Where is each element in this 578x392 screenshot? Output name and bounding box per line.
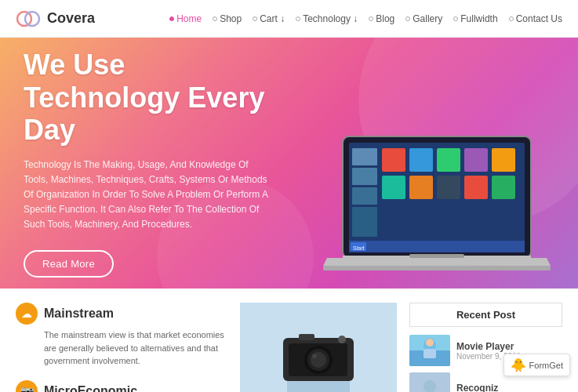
logo-icon: [16, 6, 41, 31]
post-item-microeconomic: 📷 MicroEconomic Microeconomic reform are…: [16, 380, 227, 393]
recent-title-movie-player: Movie Player: [456, 341, 521, 352]
svg-rect-22: [323, 266, 551, 270]
movie-player-thumb: [409, 335, 450, 366]
svg-point-38: [426, 339, 434, 347]
nav-label: Fullwidth: [460, 13, 497, 24]
mid-column: [240, 303, 397, 392]
nav-item-contact[interactable]: Contact Us: [509, 13, 562, 24]
nav-label: Gallery: [413, 13, 442, 24]
svg-rect-5: [349, 241, 525, 252]
nav-dot: [213, 16, 217, 21]
post-item-mainstream: ☁ Mainstream The mainstream view is that…: [16, 303, 227, 368]
nav-dot: [405, 16, 410, 21]
nav-dot: [453, 16, 458, 21]
recent-info-recogniz: Recogniz: [456, 383, 498, 392]
nav-label: Blog: [376, 13, 394, 24]
nav-label: Home: [176, 13, 202, 24]
hero-section: We Use Technology Every Day Technology I…: [0, 38, 578, 289]
formget-icon: 🐥: [511, 358, 526, 372]
recent-thumb-movie-player: [409, 335, 450, 366]
mid-image: [240, 303, 397, 392]
left-column: ☁ Mainstream The mainstream view is that…: [16, 303, 227, 392]
nav-dot: [169, 16, 174, 21]
nav-dot: [369, 16, 373, 21]
nav-item-cart[interactable]: Cart ↓: [253, 13, 285, 24]
hero-title: We Use Technology Every Day: [24, 49, 274, 146]
svg-rect-12: [382, 176, 405, 199]
svg-rect-17: [352, 148, 377, 165]
post-header: 📷 MicroEconomic: [16, 380, 227, 393]
camera-icon: 📷: [16, 380, 38, 393]
post-title-microeconomic: MicroEconomic: [44, 384, 137, 393]
nav-dot: [509, 16, 514, 21]
nav-item-blog[interactable]: Blog: [369, 13, 394, 24]
svg-text:Start: Start: [353, 245, 365, 251]
nav-label: Cart ↓: [260, 13, 285, 24]
svg-rect-39: [424, 349, 436, 358]
svg-rect-10: [464, 148, 488, 172]
svg-point-32: [312, 354, 317, 358]
svg-rect-11: [492, 148, 515, 172]
svg-rect-18: [352, 168, 377, 185]
nav-label: Shop: [220, 13, 242, 24]
svg-rect-7: [382, 148, 405, 172]
post-header: ☁ Mainstream: [16, 303, 227, 325]
nav-item-gallery[interactable]: Gallery: [405, 13, 442, 24]
nav-item-fullwidth[interactable]: Fullwidth: [453, 13, 497, 24]
svg-rect-16: [492, 176, 515, 199]
cloud-icon: ☁: [16, 303, 38, 325]
svg-point-34: [338, 336, 346, 343]
svg-rect-20: [352, 207, 377, 237]
svg-rect-13: [409, 176, 433, 199]
svg-rect-9: [437, 148, 460, 172]
svg-rect-33: [299, 334, 314, 340]
laptop-svg: Start: [319, 129, 554, 289]
recent-title-recogniz: Recogniz: [456, 383, 498, 392]
right-column: Recent Post Movie Player November 9, 201…: [409, 303, 562, 392]
nav-item-home[interactable]: Home: [169, 13, 202, 24]
nav-label: Contact Us: [516, 13, 562, 24]
svg-rect-23: [409, 254, 464, 258]
post-title-mainstream: Mainstream: [44, 307, 114, 321]
recent-thumb-recogniz: [409, 372, 450, 392]
logo[interactable]: Covera: [16, 6, 95, 31]
nav-dot: [253, 16, 257, 21]
nav-label: Technology ↓: [303, 13, 358, 24]
recent-post-header: Recent Post: [409, 303, 562, 327]
nav-item-technology[interactable]: Technology ↓: [296, 13, 358, 24]
post-desc-mainstream: The mainstream view is that market econo…: [44, 328, 227, 368]
svg-rect-15: [464, 176, 488, 199]
main-nav: Home Shop Cart ↓ Technology ↓ Blog Galle…: [169, 13, 562, 24]
logo-text: Covera: [47, 10, 95, 27]
hero-description: Technology Is The Making, Usage, And Kno…: [24, 158, 274, 233]
hero-content: We Use Technology Every Day Technology I…: [0, 38, 298, 289]
read-more-button[interactable]: Read More: [24, 250, 114, 278]
nav-dot: [296, 16, 300, 21]
recogniz-thumb: [409, 372, 450, 392]
svg-rect-8: [409, 148, 433, 172]
camera-hand-illustration: [240, 303, 397, 392]
formget-label: FormGet: [529, 361, 563, 370]
nav-item-shop[interactable]: Shop: [213, 13, 242, 24]
hero-laptop-image: Start: [319, 129, 562, 289]
header: Covera Home Shop Cart ↓ Technology ↓ Blo…: [0, 0, 578, 38]
svg-rect-19: [352, 187, 377, 205]
svg-rect-14: [437, 176, 460, 199]
formget-badge[interactable]: 🐥 FormGet: [503, 354, 570, 376]
content-section: ☁ Mainstream The mainstream view is that…: [0, 289, 578, 392]
